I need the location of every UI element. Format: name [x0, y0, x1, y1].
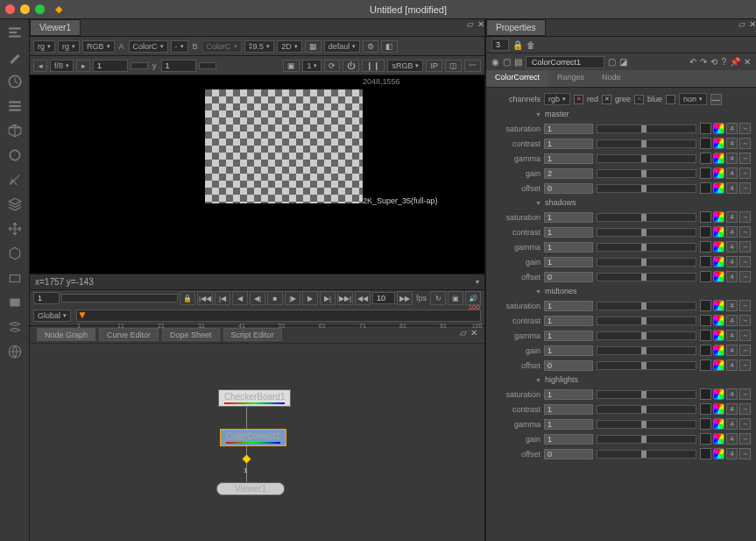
four-icon[interactable]: 4: [726, 211, 738, 223]
brush-icon[interactable]: [7, 49, 23, 65]
wipe-icon[interactable]: ◧: [381, 40, 398, 53]
colorspace-sel[interactable]: sRGB: [387, 60, 423, 72]
curve-icon[interactable]: ～: [739, 256, 751, 267]
chk-none[interactable]: [666, 95, 675, 104]
swatch-icon[interactable]: [700, 418, 711, 430]
card-icon[interactable]: [7, 295, 23, 310]
wave-icon[interactable]: 〰: [464, 60, 481, 72]
param-slider[interactable]: [597, 139, 696, 148]
four-icon[interactable]: 4: [726, 182, 738, 194]
loop-icon[interactable]: ↻: [430, 291, 446, 305]
param-value[interactable]: [544, 404, 593, 415]
color-wheel-icon[interactable]: [713, 211, 724, 223]
play-back-icon[interactable]: ◀|: [250, 291, 265, 305]
close-props-icon[interactable]: ✕: [749, 19, 756, 36]
param-slider[interactable]: [597, 331, 696, 340]
color-wheel-icon[interactable]: [713, 241, 724, 253]
curve-icon[interactable]: ～: [739, 315, 751, 326]
color-wheel-icon[interactable]: [713, 448, 724, 459]
float-panel-icon[interactable]: ▱: [460, 328, 467, 341]
param-value[interactable]: [544, 434, 593, 445]
param-value[interactable]: [544, 139, 593, 149]
param-slider[interactable]: [597, 346, 696, 355]
help-icon[interactable]: ?: [721, 57, 726, 67]
color-wheel-icon[interactable]: [713, 359, 724, 371]
swatch-icon[interactable]: [700, 448, 711, 459]
colorc-sel-a[interactable]: ColorC: [129, 40, 168, 53]
properties-tab[interactable]: Properties: [486, 19, 546, 36]
dim-sel[interactable]: 2D: [277, 40, 302, 53]
swatch-icon[interactable]: [700, 153, 711, 164]
four-icon[interactable]: 4: [726, 433, 738, 445]
param-slider[interactable]: [597, 273, 696, 281]
swatch-icon[interactable]: [700, 330, 711, 341]
trash-icon[interactable]: 🗑: [526, 40, 535, 50]
swatch-icon[interactable]: [700, 300, 711, 311]
param-value[interactable]: [544, 124, 593, 134]
curve-icon[interactable]: ～: [739, 271, 751, 282]
color-wheel-icon[interactable]: [713, 300, 724, 311]
power-icon[interactable]: ⏻: [343, 60, 359, 72]
node-graph[interactable]: CheckerBoard1 ColorCorrect1 1 Viewer1: [30, 344, 484, 542]
four-icon[interactable]: 4: [726, 138, 738, 149]
swatch-icon[interactable]: [700, 345, 711, 356]
four-icon[interactable]: 4: [726, 167, 738, 179]
panel-nodegraph[interactable]: Node Graph: [37, 328, 95, 341]
curve-icon[interactable]: ～: [739, 123, 751, 134]
param-slider[interactable]: [597, 243, 696, 252]
frame-start[interactable]: [33, 292, 60, 304]
clip-icon[interactable]: ◫: [445, 60, 462, 72]
last-frame-icon[interactable]: ▶▶|: [337, 291, 353, 305]
four-icon[interactable]: 4: [726, 315, 738, 326]
node-viewer[interactable]: Viewer1: [216, 482, 285, 495]
param-slider[interactable]: [597, 435, 696, 444]
swatch-icon[interactable]: [700, 315, 711, 326]
curve-icon[interactable]: ～: [739, 403, 751, 415]
lock-icon[interactable]: 🔒: [180, 291, 195, 305]
param-slider[interactable]: [597, 213, 696, 222]
pin-icon[interactable]: 📌: [730, 57, 740, 67]
chk-green[interactable]: ✕: [602, 95, 611, 104]
frame-input[interactable]: [93, 60, 128, 72]
prev-key-icon[interactable]: |◀: [215, 291, 230, 305]
close-window[interactable]: [5, 4, 15, 14]
globe-icon[interactable]: [7, 344, 23, 359]
color-wheel-icon[interactable]: [713, 403, 724, 415]
param-slider[interactable]: [597, 420, 696, 429]
undo-icon[interactable]: ↶: [689, 57, 696, 67]
curve-icon[interactable]: ～: [739, 138, 751, 149]
stop-icon[interactable]: ■: [267, 291, 283, 305]
color-wheel-icon[interactable]: [713, 271, 724, 282]
curve-icon[interactable]: ～: [739, 241, 751, 253]
tool-icon-1[interactable]: [7, 25, 23, 40]
curve-icon[interactable]: ～: [739, 388, 751, 400]
node-name-field[interactable]: ColorCorrect1: [526, 56, 604, 68]
four-icon[interactable]: 4: [726, 388, 738, 400]
fstop[interactable]: f/8: [50, 60, 74, 72]
gamma-sel[interactable]: ‡9.5: [244, 40, 275, 53]
swatch-icon[interactable]: [700, 211, 711, 223]
clock-icon[interactable]: [7, 74, 23, 89]
param-slider[interactable]: [597, 390, 696, 399]
next-key-icon[interactable]: ▶|: [320, 291, 336, 305]
util-icon-1[interactable]: ▢: [608, 57, 616, 67]
four-icon[interactable]: 4: [726, 403, 738, 415]
prev-icon[interactable]: ◂: [33, 60, 47, 72]
four-icon[interactable]: 4: [726, 226, 738, 238]
param-value[interactable]: [544, 153, 593, 164]
param-value[interactable]: [544, 272, 593, 282]
curve-icon[interactable]: ～: [739, 182, 751, 194]
swatch-icon[interactable]: [700, 226, 711, 238]
close-tab-icon[interactable]: ✕: [477, 19, 484, 36]
param-value[interactable]: [544, 419, 593, 430]
param-value[interactable]: [544, 331, 593, 341]
curve-icon[interactable]: ～: [739, 433, 751, 445]
color-wheel-icon[interactable]: [713, 418, 724, 430]
four-icon[interactable]: 4: [726, 300, 738, 311]
four-icon[interactable]: 4: [726, 256, 738, 267]
play-fwd-icon[interactable]: |▶: [285, 291, 300, 305]
pause-icon[interactable]: ❙❙: [362, 60, 385, 72]
minimize-window[interactable]: [20, 4, 30, 14]
revert-icon[interactable]: ⟲: [710, 57, 717, 67]
inject-icon[interactable]: —: [710, 94, 722, 105]
